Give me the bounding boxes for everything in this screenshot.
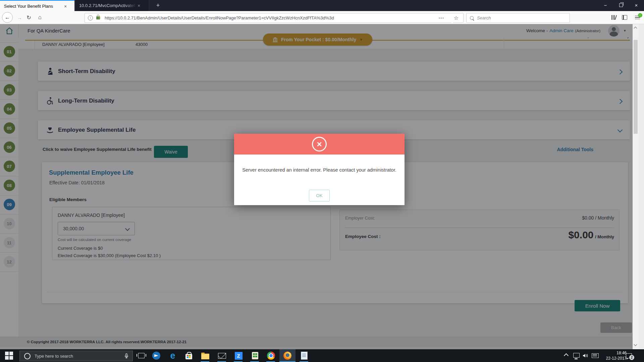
firefox-icon: [283, 352, 291, 360]
action-center-icon: 2: [626, 353, 632, 358]
search-icon: [470, 16, 474, 20]
window-close-button[interactable]: ×: [631, 0, 642, 10]
url-input[interactable]: [104, 15, 439, 21]
task-view-icon: [138, 353, 145, 358]
taskbar-app-z[interactable]: Z: [231, 349, 246, 362]
error-message: Server encountered an internal error. Pl…: [234, 167, 405, 173]
taskbar-search-box[interactable]: [19, 351, 133, 361]
action-center-button[interactable]: 2: [622, 349, 636, 362]
browser-titlebar: Select Your Benefit Plans × 10.0.2.71/Mv…: [0, 0, 644, 11]
update-badge: ↑: [638, 13, 642, 17]
tab-title: Select Your Benefit Plans: [4, 4, 63, 9]
taskbar-app-store[interactable]: [181, 349, 197, 362]
ok-button[interactable]: OK: [309, 190, 330, 201]
page-scrollbar[interactable]: [633, 24, 639, 349]
green-grid-app-icon: [252, 352, 258, 359]
error-circle-x-icon: ×: [312, 137, 327, 152]
keyboard-tray-icon[interactable]: [589, 349, 601, 362]
taskbar-app-green-grid[interactable]: [247, 349, 263, 362]
home-button[interactable]: ⌂: [36, 11, 44, 24]
reload-button[interactable]: ↻: [25, 11, 33, 24]
mail-icon: [218, 353, 226, 359]
forward-button[interactable]: →: [15, 11, 23, 24]
tab-benefit-plans[interactable]: Select Your Benefit Plans ×: [0, 0, 74, 12]
search-bar[interactable]: [466, 13, 570, 23]
notification-badge: 2: [629, 355, 634, 360]
scroll-down-icon[interactable]: [634, 343, 637, 346]
window-minimize-button[interactable]: −: [600, 0, 611, 10]
window-restore-button[interactable]: [615, 0, 627, 10]
notepad-icon: [301, 352, 308, 360]
sidebar-toggle-button[interactable]: [620, 11, 630, 24]
error-modal: × Server encountered an internal error. …: [234, 134, 405, 205]
new-tab-button[interactable]: +: [153, 0, 163, 11]
sidebar-icon: [622, 15, 627, 20]
taskbar-search-input[interactable]: [34, 353, 124, 359]
taskbar-app-notepad[interactable]: [297, 349, 312, 362]
bookmark-star-icon[interactable]: ☆: [454, 15, 459, 21]
back-button[interactable]: ←: [2, 11, 13, 24]
taskbar: e Z: [0, 349, 644, 362]
scroll-up-icon[interactable]: [634, 27, 637, 30]
screen: Select Your Benefit Plans × 10.0.2.71/Mv…: [0, 0, 644, 362]
tab-close-icon[interactable]: ×: [138, 3, 140, 8]
taskbar-app-mail[interactable]: [214, 349, 230, 362]
file-explorer-icon: [201, 354, 209, 359]
taskbar-app-blue-circle[interactable]: [149, 349, 164, 362]
z-app-icon: Z: [235, 352, 243, 360]
scrollbar-thumb[interactable]: [634, 40, 638, 134]
tab-close-icon[interactable]: ×: [64, 4, 67, 9]
microphone-icon[interactable]: [124, 353, 129, 359]
taskbar-app-edge[interactable]: e: [165, 349, 180, 362]
tab-title: 10.0.2.71/MvcCompActivateRestore: [79, 3, 136, 8]
menu-button[interactable]: ↑: [632, 11, 643, 24]
taskbar-app-file-explorer[interactable]: [198, 349, 213, 362]
url-bar[interactable]: i ⚠ ··· ☆: [85, 13, 464, 23]
site-info-icon[interactable]: i: [88, 15, 93, 20]
library-icon: [611, 15, 616, 20]
task-view-button[interactable]: [133, 349, 149, 362]
search-input[interactable]: [476, 15, 570, 21]
error-modal-header: ×: [234, 134, 405, 155]
restore-icon: [619, 3, 623, 7]
edge-icon: e: [169, 352, 177, 360]
back-icon: ←: [2, 12, 13, 23]
chrome-icon: [267, 352, 275, 360]
lock-warning-icon[interactable]: ⚠: [96, 16, 100, 19]
browser-navbar: ← → ↻ ⌂ i ⚠ ··· ☆ ↑: [0, 11, 644, 24]
blue-circle-app-icon: [152, 352, 160, 360]
taskbar-app-firefox[interactable]: [280, 349, 295, 362]
page-actions-icon[interactable]: ···: [439, 15, 444, 21]
store-icon: [185, 354, 192, 359]
start-button[interactable]: [5, 351, 14, 361]
cortana-icon: [24, 353, 31, 359]
hamburger-icon: ↑: [635, 16, 640, 19]
taskbar-app-chrome[interactable]: [263, 349, 279, 362]
tab-mvccomp[interactable]: 10.0.2.71/MvcCompActivateRestore ×: [75, 0, 149, 11]
library-button[interactable]: [609, 11, 619, 24]
